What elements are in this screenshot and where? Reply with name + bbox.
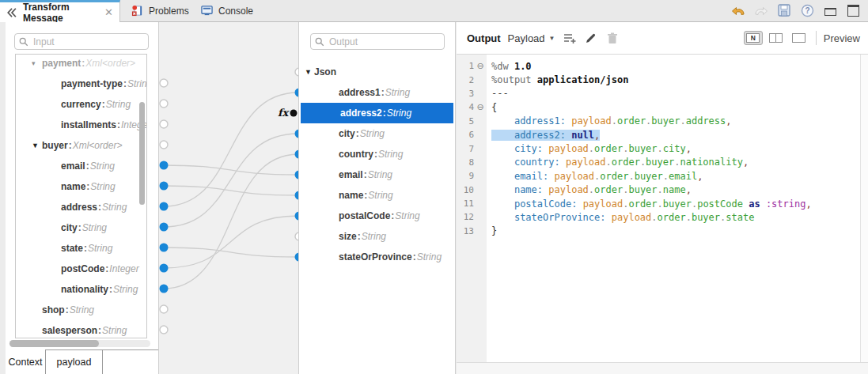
undo-icon[interactable] [731,3,745,17]
help-icon[interactable]: ? [800,3,814,17]
input-tree: ▾payment : Xml<order>payment-type : Stri… [15,54,147,338]
input-horizontal-scrollbar[interactable] [9,340,150,347]
fold-icon[interactable]: ⊖ [474,102,487,112]
input-tree-item-shop[interactable]: shop : String [16,300,146,320]
input-port-installments[interactable] [160,120,168,128]
input-tree-item-installments[interactable]: installments : Integer [16,115,146,135]
input-tree-item-nationality[interactable]: nationality : String [16,279,146,300]
input-port-currency[interactable] [160,100,168,108]
output-tree-item-city[interactable]: city : String [299,123,453,144]
input-port-postCode[interactable] [160,264,169,273]
input-port-state[interactable] [160,244,169,252]
output-tree: ▼Jsonaddress1 : Stringaddress2 : Stringc… [299,62,453,267]
input-tree-item-buyer[interactable]: ▼buyer : Xml<order> [16,135,146,156]
code-line-9[interactable]: 9 email: payload.order.buyer.email, [457,169,868,183]
input-search-box[interactable] [14,33,149,50]
output-tree-item-address1[interactable]: address1 : String [299,82,453,103]
tab-context[interactable]: Context [6,349,46,374]
code-line-4[interactable]: 4⊖{ [457,100,868,114]
tab-console[interactable]: Console [195,0,258,21]
output-port-address2[interactable] [290,110,298,117]
code-line-6[interactable]: 6 address2: null, [457,128,868,142]
output-panel: ▼Jsonaddress1 : Stringaddress2 : Stringc… [298,22,456,374]
code-line-3[interactable]: 3--- [457,87,868,100]
mapping-curve-email-email[interactable] [164,165,298,175]
input-tree-item-payment-type[interactable]: payment-type : String [16,74,146,94]
output-tree-item-stateOrProvince[interactable]: stateOrProvince : String [299,247,453,267]
tab-problems[interactable]: Problems [125,0,194,21]
mapping-canvas: fx [158,22,298,374]
input-port-shop[interactable] [160,305,168,313]
view-toggle-split-icon[interactable] [767,31,786,45]
input-port-city[interactable] [160,223,169,232]
line-number: 6 [457,130,474,140]
payload-dropdown[interactable]: Payload [508,32,545,44]
output-tree-item-postalCode[interactable]: postalCode : String [299,206,453,226]
input-search-field[interactable] [32,36,130,48]
code-line-11[interactable]: 11 postalCode: payload.order.buyer.postC… [457,197,868,210]
output-search-field[interactable] [328,36,426,48]
editor-header: Output Payload ▼ N Preview [457,22,868,55]
output-tree-item-size[interactable]: size : String [299,226,453,247]
input-tree-item-address[interactable]: address : String [16,197,146,217]
output-tree-item-country[interactable]: country : String [299,144,453,164]
input-port-nationality[interactable] [160,285,169,293]
view-toggle-single-icon[interactable] [790,31,809,45]
fold-icon[interactable]: ⊖ [474,61,487,71]
view-toggle-code-icon[interactable]: N [744,31,763,45]
minimize-icon[interactable] [823,3,837,17]
code-line-1[interactable]: 1⊖%dw 1.0 [457,59,868,73]
input-tree-item-email[interactable]: email : String [16,156,146,176]
tab-payload[interactable]: payload [46,349,103,374]
code-line-5[interactable]: 5 address1: payload.order.buyer.address, [457,115,868,128]
input-tree-item-city[interactable]: city : String [16,217,146,238]
delete-icon[interactable] [605,31,620,45]
code-line-2[interactable]: 2%output application/json [457,73,868,86]
line-number: 10 [457,185,474,195]
code-editor[interactable]: 1⊖%dw 1.02%output application/json3---4⊖… [457,55,868,362]
code-line-12[interactable]: 12 stateOrProvince: payload.order.buyer.… [457,210,868,224]
input-port-name[interactable] [160,182,169,191]
output-tree-item-email[interactable]: email : String [299,164,453,185]
input-tree-item-currency[interactable]: currency : String [16,94,146,115]
output-tree-item-address2[interactable]: address2 : String [301,103,453,123]
search-icon [315,37,324,47]
editor-vertical-scrollbar[interactable] [860,55,868,362]
editor-horizontal-scrollbar[interactable] [457,362,868,374]
add-target-icon[interactable] [563,31,577,45]
mapping-curve-state-stateOrProvince[interactable] [164,247,298,257]
search-icon [19,37,28,47]
mapping-curve-name-name[interactable] [164,186,298,195]
input-tree-item-payment[interactable]: ▾payment : Xml<order> [16,54,146,74]
save-icon[interactable] [777,3,791,17]
code-line-8[interactable]: 8 country: payload.order.buyer.nationali… [457,156,868,169]
input-tree-scrollbar[interactable] [139,102,145,205]
maximize-icon[interactable] [846,3,860,17]
output-tree-item-name[interactable]: name : String [299,185,453,206]
output-tree-item-Json[interactable]: ▼Json [299,62,453,82]
input-tree-item-state[interactable]: state : String [16,238,146,259]
redo-icon[interactable] [754,3,768,17]
code-line-7[interactable]: 7 city: payload.order.buyer.city, [457,142,868,155]
input-bottom-tabs: Context payload [6,349,158,374]
dataweave-editor-panel: Output Payload ▼ N Preview 1⊖%dw 1.02%ou… [457,22,868,374]
input-port-address[interactable] [160,202,169,211]
input-tree-item-postCode[interactable]: postCode : Integer [16,259,146,279]
edit-icon[interactable] [584,31,598,45]
tab-transform-message[interactable]: Transform Message ✕ [0,0,120,22]
code-line-13[interactable]: 13} [457,225,868,238]
code-line-10[interactable]: 10 name: payload.order.buyer.name, [457,183,868,197]
input-port-email[interactable] [160,161,169,170]
input-port-salesperson[interactable] [160,326,168,334]
input-port-payment-type[interactable] [160,79,168,87]
chevron-down-icon[interactable]: ▼ [549,35,555,42]
code-text: } [487,225,497,236]
preview-button[interactable]: Preview [824,32,860,44]
code-text: %output application/json [487,74,628,85]
close-icon[interactable]: ✕ [104,6,113,18]
input-port-buyer[interactable] [160,141,168,149]
input-tree-item-salesperson[interactable]: salesperson : String [16,320,146,338]
input-tree-item-name[interactable]: name : String [16,176,146,197]
svg-text:?: ? [805,6,809,15]
output-search-box[interactable] [310,33,445,50]
